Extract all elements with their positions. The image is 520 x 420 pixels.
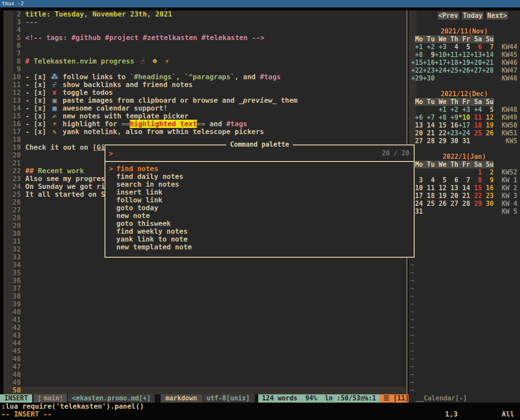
editor-line[interactable]: 14- [x] ▦awesome calendar support! [3,104,406,112]
calendar-day[interactable]: +8 [411,51,423,59]
editor-line[interactable]: 37 [3,285,406,292]
calendar-day[interactable]: +23 [446,129,458,137]
calendar-day[interactable]: 20 [411,129,423,137]
calendar-day[interactable]: 16 [482,184,494,192]
calendar-day[interactable]: 11 [470,114,482,121]
editor-line[interactable]: 16- [x] ☀highlight for ==highlighted tex… [3,120,406,128]
calendar-day[interactable]: 7 [458,176,470,184]
calendar-day[interactable]: 16 [446,121,458,129]
editor-line[interactable]: 36 [3,277,406,285]
calendar-day[interactable]: +7 [423,114,435,121]
calendar-day[interactable]: 21 [423,129,435,137]
editor-line[interactable]: 46 [3,355,406,363]
calendar-day[interactable]: 9 [423,51,435,59]
calendar-day[interactable]: +1 [435,106,446,114]
calendar-day[interactable]: +23 [423,67,435,74]
calendar-day[interactable]: 6 [470,43,482,51]
calendar-day[interactable]: 30 [446,137,458,145]
editor-line[interactable]: 18 [3,136,406,144]
calendar-day[interactable]: +15 [411,59,423,67]
palette-item[interactable]: goto today [105,204,414,212]
calendar-day[interactable]: +27 [470,67,482,74]
editor-line[interactable]: 38 [3,292,406,300]
editor-line[interactable]: 41 [3,316,406,324]
editor-line[interactable]: 49 [3,379,406,386]
calendar-day[interactable]: +28 [482,67,494,74]
calendar-day[interactable]: 31 [458,137,470,145]
editor-line[interactable]: 3--- [3,18,406,26]
calendar-day[interactable]: 26 [482,129,494,137]
editor-line[interactable]: 39 [3,300,406,308]
calendar-day[interactable]: 15 [470,184,482,192]
command-palette[interactable]: Command palette >20 / 20 >find notesfind… [105,144,415,258]
calendar-day[interactable]: +2 [446,106,458,114]
calendar-day[interactable]: +21 [482,59,494,67]
calendar-day[interactable]: +18 [446,59,458,67]
calendar-day[interactable]: 18 [423,192,435,200]
calendar-pane[interactable]: <PrevTodayNext> 2021/11(Nov) Mo Tu We Th… [409,10,520,394]
calendar-day[interactable]: 11 [423,184,435,192]
calendar-day[interactable]: +19 [458,59,470,67]
calendar-day[interactable]: 4 [446,43,458,51]
calendar-day[interactable]: +26 [458,67,470,74]
calendar-day[interactable]: 14 [458,184,470,192]
calendar-day[interactable]: 19 [482,121,494,129]
calendar-day[interactable]: 18 [470,121,482,129]
calendar-day[interactable]: +25 [446,67,458,74]
calendar-day[interactable]: 20 [446,192,458,200]
calendar-day[interactable]: +12 [458,51,470,59]
editor-line[interactable]: 50 [3,386,406,394]
calendar-day[interactable]: 27 [446,200,458,208]
calendar-day[interactable]: +11 [446,51,458,59]
calendar-day[interactable]: 2 [482,168,494,176]
editor-line[interactable]: 7 [3,50,406,57]
editor-line[interactable]: 42 [3,324,406,332]
calendar-day[interactable]: 1 [470,168,482,176]
calendar-day[interactable]: 26 [435,200,446,208]
palette-item[interactable]: find weekly notes [105,228,414,235]
editor-line[interactable]: 12- [x] ✘toggle todos [3,89,406,97]
palette-item[interactable]: insert link [105,188,414,196]
calendar-day[interactable]: +3 [435,43,446,51]
palette-item[interactable]: find daily notes [105,173,414,181]
calendar-day[interactable]: +3 [458,106,470,114]
editor-line[interactable]: 13- [x] ▣paste images from clipboard or … [3,97,406,104]
palette-item-list[interactable]: >find notesfind daily notessearch in not… [105,162,414,251]
editor-line[interactable]: 47 [3,363,406,371]
calendar-day[interactable]: 13 [446,184,458,192]
calendar-day[interactable]: 9 [482,176,494,184]
calendar-day[interactable]: +14 [482,51,494,59]
calendar-day[interactable]: 30 [482,200,494,208]
calendar-day[interactable]: +1 [411,43,423,51]
calendar-day[interactable]: +22 [411,67,423,74]
calendar-day[interactable]: *10 [458,114,470,121]
calendar-day[interactable]: 28 [423,137,435,145]
calendar-day[interactable]: 21 [458,192,470,200]
calendar-day[interactable]: +24 [458,129,470,137]
calendar-day[interactable]: +4 [470,106,482,114]
calendar-day[interactable]: +9 [446,114,458,121]
editor-line[interactable]: 2title: Tuesday, November 23th, 2021 [3,10,406,18]
calendar-day[interactable]: +16 [423,59,435,67]
editor-line[interactable]: 11- [x] ☍show backlinks and friend notes [3,81,406,89]
palette-item[interactable]: follow link [105,196,414,204]
editor-line[interactable]: 15- [x] ✍new notes with template picker [3,112,406,120]
palette-item[interactable]: search in notes [105,181,414,188]
calendar-day[interactable]: 8 [470,176,482,184]
calendar-nav-today-button[interactable]: Today [462,12,483,20]
calendar-day[interactable]: 23 [482,192,494,200]
calendar-day[interactable]: 25 [470,129,482,137]
calendar-day[interactable]: 7 [482,43,494,51]
calendar-nav-next-button[interactable]: Next> [486,12,508,20]
calendar-day[interactable]: +10 [435,51,446,59]
calendar-day[interactable]: 28 [458,200,470,208]
calendar-day[interactable]: 15 [435,121,446,129]
calendar-nav-prev-button[interactable]: <Prev [438,12,459,20]
calendar-day[interactable]: 29 [470,200,482,208]
palette-item[interactable]: yank link to note [105,235,414,243]
editor-line[interactable]: 43 [3,332,406,339]
editor-line[interactable]: 45 [3,347,406,355]
calendar-day[interactable]: 5 [482,106,494,114]
calendar-day[interactable]: +8 [435,114,446,121]
calendar-day[interactable]: +20 [470,59,482,67]
